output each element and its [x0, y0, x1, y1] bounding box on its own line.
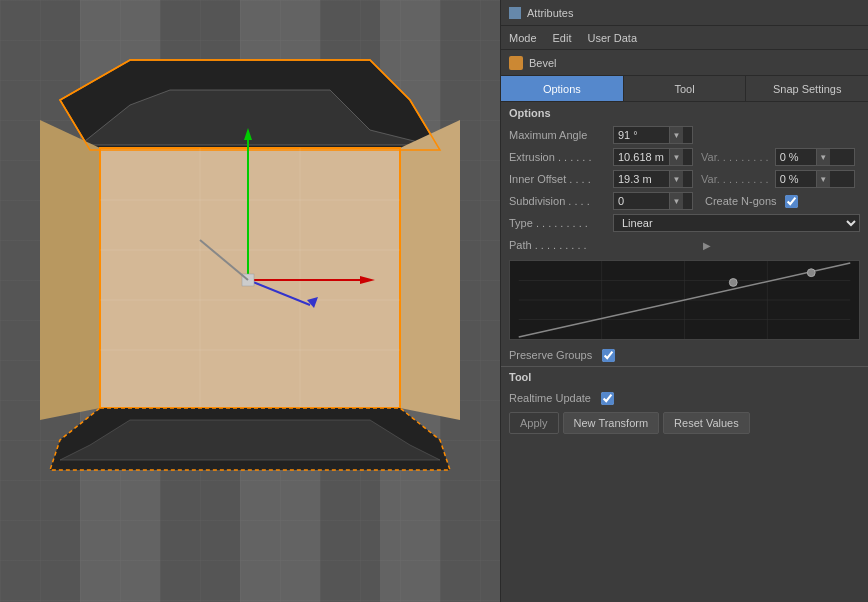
reset-values-button[interactable]: Reset Values [663, 412, 750, 434]
menu-item-user-data[interactable]: User Data [588, 32, 638, 44]
apply-button[interactable]: Apply [509, 412, 559, 434]
maximum-angle-row: Maximum Angle ▼ [501, 124, 868, 146]
extrusion-label: Extrusion . . . . . . [509, 151, 609, 163]
realtime-update-row: Realtime Update [501, 387, 868, 409]
create-ngons-label: Create N-gons [705, 195, 777, 207]
inner-offset-input-wrapper[interactable]: ▼ [613, 170, 693, 188]
svg-point-32 [807, 269, 815, 277]
tabs: Options Tool Snap Settings [501, 76, 868, 102]
curve-graph-svg [510, 261, 859, 339]
panel: Attributes Mode Edit User Data Bevel Opt… [500, 0, 868, 602]
maximum-angle-input-wrapper[interactable]: ▼ [613, 126, 693, 144]
realtime-update-checkbox[interactable] [601, 392, 614, 405]
svg-marker-4 [40, 120, 100, 420]
attributes-title: Attributes [527, 7, 573, 19]
extrusion-input-wrapper[interactable]: ▼ [613, 148, 693, 166]
preserve-groups-checkbox[interactable] [602, 349, 615, 362]
extrusion-var-stepper[interactable]: ▼ [816, 149, 830, 165]
inner-offset-stepper[interactable]: ▼ [669, 171, 683, 187]
path-arrow-icon: ▶ [703, 240, 711, 251]
tab-snap-settings[interactable]: Snap Settings [746, 76, 868, 101]
bevel-icon [509, 56, 523, 70]
path-row: Path . . . . . . . . . ▶ [501, 234, 868, 256]
attributes-header: Attributes [501, 0, 868, 26]
extrusion-stepper[interactable]: ▼ [669, 149, 683, 165]
extrusion-var-input[interactable] [776, 149, 816, 165]
type-row: Type . . . . . . . . . Linear Cubic Ease… [501, 212, 868, 234]
inner-offset-label: Inner Offset . . . . [509, 173, 609, 185]
extrusion-row: Extrusion . . . . . . ▼ Var. . . . . . .… [501, 146, 868, 168]
bevel-label: Bevel [529, 57, 557, 69]
menu-item-edit[interactable]: Edit [553, 32, 572, 44]
bevel-row: Bevel [501, 50, 868, 76]
create-ngons-checkbox[interactable] [785, 195, 798, 208]
inner-offset-var-wrapper[interactable]: ▼ [775, 170, 855, 188]
path-label: Path . . . . . . . . . [509, 239, 609, 251]
maximum-angle-input[interactable] [614, 127, 669, 143]
svg-marker-3 [400, 120, 460, 420]
maximum-angle-stepper[interactable]: ▼ [669, 127, 683, 143]
svg-point-31 [729, 279, 737, 287]
inner-offset-var-input[interactable] [776, 171, 816, 187]
curve-graph[interactable] [509, 260, 860, 340]
extrusion-var-wrapper[interactable]: ▼ [775, 148, 855, 166]
tab-tool[interactable]: Tool [624, 76, 747, 101]
tool-section-header: Tool [501, 366, 868, 387]
subdivision-stepper[interactable]: ▼ [669, 193, 683, 209]
tab-options[interactable]: Options [501, 76, 624, 101]
3d-object [0, 0, 500, 602]
preserve-groups-row: Preserve Groups [501, 344, 868, 366]
menu-item-mode[interactable]: Mode [509, 32, 537, 44]
new-transform-button[interactable]: New Transform [563, 412, 660, 434]
subdivision-input[interactable] [614, 193, 669, 209]
buttons-row: Apply New Transform Reset Values [501, 409, 868, 437]
subdivision-row: Subdivision . . . . ▼ Create N-gons [501, 190, 868, 212]
inner-offset-row: Inner Offset . . . . ▼ Var. . . . . . . … [501, 168, 868, 190]
inner-offset-var-stepper[interactable]: ▼ [816, 171, 830, 187]
options-section-header: Options [501, 102, 868, 124]
type-select[interactable]: Linear Cubic Ease In Ease Out [613, 214, 860, 232]
subdivision-label: Subdivision . . . . [509, 195, 609, 207]
viewport[interactable] [0, 0, 500, 602]
inner-offset-input[interactable] [614, 171, 669, 187]
realtime-update-label: Realtime Update [509, 392, 591, 404]
type-label: Type . . . . . . . . . [509, 217, 609, 229]
subdivision-input-wrapper[interactable]: ▼ [613, 192, 693, 210]
maximum-angle-label: Maximum Angle [509, 129, 609, 141]
preserve-groups-label: Preserve Groups [509, 349, 592, 361]
attributes-icon [509, 7, 521, 19]
menu-bar: Mode Edit User Data [501, 26, 868, 50]
extrusion-var-label: Var. . . . . . . . . [701, 151, 769, 163]
inner-offset-var-label: Var. . . . . . . . . [701, 173, 769, 185]
extrusion-input[interactable] [614, 149, 669, 165]
